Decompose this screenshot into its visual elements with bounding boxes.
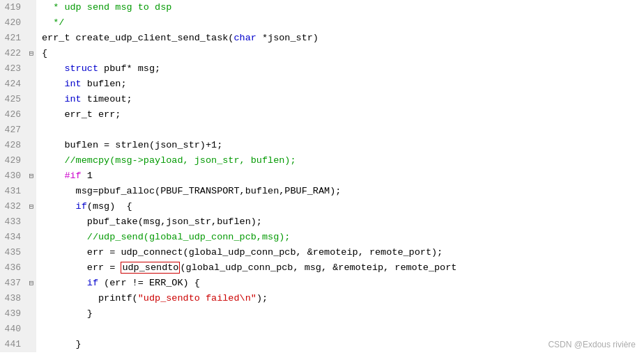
line-number: 425 (0, 92, 26, 107)
fold-gutter (26, 214, 36, 230)
syntax-token: //memcpy(msg->payload, json_str, buflen)… (64, 155, 296, 166)
fold-gutter (26, 260, 36, 276)
line-number: 432 (0, 199, 26, 214)
fold-gutter (26, 92, 36, 107)
code-line: msg=pbuf_alloc(PBUF_TRANSPORT,buflen,PBU… (36, 184, 644, 199)
table-row: 441 } (0, 337, 644, 352)
code-line: printf("udp_sendto failed\n"); (36, 291, 644, 306)
table-row: 424 int buflen; (0, 77, 644, 92)
line-number: 438 (0, 291, 26, 306)
line-number: 437 (0, 276, 26, 291)
line-number: 439 (0, 306, 26, 322)
fold-gutter[interactable]: ⊟ (26, 168, 36, 184)
code-line: //memcpy(msg->payload, json_str, buflen)… (36, 153, 644, 168)
line-number: 424 (0, 77, 26, 92)
syntax-token: struct (64, 63, 98, 74)
line-number: 433 (0, 214, 26, 230)
fold-gutter (26, 337, 36, 352)
table-row: 439 } (0, 306, 644, 322)
code-line: pbuf_take(msg,json_str,buflen); (36, 214, 644, 230)
syntax-token: "udp_sendto failed\n" (138, 293, 256, 303)
code-line (36, 322, 644, 337)
code-line: if (err != ERR_OK) { (36, 276, 644, 291)
fold-gutter (26, 123, 36, 138)
syntax-token: int (64, 94, 81, 104)
watermark: CSDN @Exdous rivière (548, 340, 636, 349)
syntax-token: char (233, 33, 256, 43)
table-row: 440 (0, 322, 644, 337)
table-row: 430⊟ #if 1 (0, 168, 644, 184)
fold-gutter (26, 245, 36, 260)
table-row: 419 * udp send msg to dsp (0, 0, 644, 15)
line-number: 427 (0, 123, 26, 138)
fold-gutter (26, 230, 36, 245)
code-line: } (36, 306, 644, 322)
line-number: 435 (0, 245, 26, 260)
code-line: err_t create_udp_client_send_task(char *… (36, 31, 644, 46)
table-row: 426 err_t err; (0, 107, 644, 123)
line-number: 421 (0, 31, 26, 46)
fold-gutter (26, 138, 36, 153)
table-row: 435 err = udp_connect(global_udp_conn_pc… (0, 245, 644, 260)
table-row: 427 (0, 123, 644, 138)
table-row: 421err_t create_udp_client_send_task(cha… (0, 31, 644, 46)
line-number: 434 (0, 230, 26, 245)
table-row: 423 struct pbuf* msg; (0, 61, 644, 77)
table-row: 425 int timeout; (0, 92, 644, 107)
code-line: #if 1 (36, 168, 644, 184)
code-line: //udp_send(global_udp_conn_pcb,msg); (36, 230, 644, 245)
fold-gutter (26, 0, 36, 15)
fold-gutter[interactable]: ⊟ (26, 46, 36, 61)
line-number: 428 (0, 138, 26, 153)
highlighted-token: udp_sendto (121, 262, 180, 274)
code-line: err_t err; (36, 107, 644, 123)
table-row: 429 //memcpy(msg->payload, json_str, buf… (0, 153, 644, 168)
line-number: 420 (0, 15, 26, 31)
line-number: 419 (0, 0, 26, 15)
syntax-token: if (87, 278, 98, 288)
table-row: 434 //udp_send(global_udp_conn_pcb,msg); (0, 230, 644, 245)
syntax-token: */ (53, 17, 64, 28)
fold-gutter (26, 291, 36, 306)
line-number: 436 (0, 260, 26, 276)
code-line: int buflen; (36, 77, 644, 92)
code-table: 419 * udp send msg to dsp420 */421err_t … (0, 0, 644, 352)
line-number: 429 (0, 153, 26, 168)
fold-gutter[interactable]: ⊟ (26, 276, 36, 291)
line-number: 423 (0, 61, 26, 77)
fold-gutter (26, 322, 36, 337)
fold-gutter (26, 77, 36, 92)
line-number: 426 (0, 107, 26, 123)
table-row: 436 err = udp_sendto(global_udp_conn_pcb… (0, 260, 644, 276)
line-number: 431 (0, 184, 26, 199)
table-row: 437⊟ if (err != ERR_OK) { (0, 276, 644, 291)
code-line: if(msg) { (36, 199, 644, 214)
code-line: */ (36, 15, 644, 31)
fold-gutter[interactable]: ⊟ (26, 199, 36, 214)
syntax-token: if (76, 201, 87, 212)
fold-gutter (26, 306, 36, 322)
code-line: buflen = strlen(json_str)+1; (36, 138, 644, 153)
fold-gutter (26, 31, 36, 46)
code-editor: 419 * udp send msg to dsp420 */421err_t … (0, 0, 644, 355)
code-line: struct pbuf* msg; (36, 61, 644, 77)
code-line: err = udp_connect(global_udp_conn_pcb, &… (36, 245, 644, 260)
line-number: 440 (0, 322, 26, 337)
table-row: 422⊟{ (0, 46, 644, 61)
line-number: 422 (0, 46, 26, 61)
fold-gutter (26, 15, 36, 31)
code-line: int timeout; (36, 92, 644, 107)
table-row: 433 pbuf_take(msg,json_str,buflen); (0, 214, 644, 230)
line-number: 441 (0, 337, 26, 352)
code-line (36, 123, 644, 138)
syntax-token: * udp send msg to dsp (53, 2, 171, 13)
syntax-token: #if (64, 171, 81, 181)
line-number: 430 (0, 168, 26, 184)
fold-gutter (26, 107, 36, 123)
table-row: 420 */ (0, 15, 644, 31)
syntax-token: //udp_send(global_udp_conn_pcb,msg); (87, 232, 291, 242)
table-row: 431 msg=pbuf_alloc(PBUF_TRANSPORT,buflen… (0, 184, 644, 199)
code-line: err = udp_sendto(global_udp_conn_pcb, ms… (36, 260, 644, 276)
fold-gutter (26, 61, 36, 77)
table-row: 432⊟ if(msg) { (0, 199, 644, 214)
